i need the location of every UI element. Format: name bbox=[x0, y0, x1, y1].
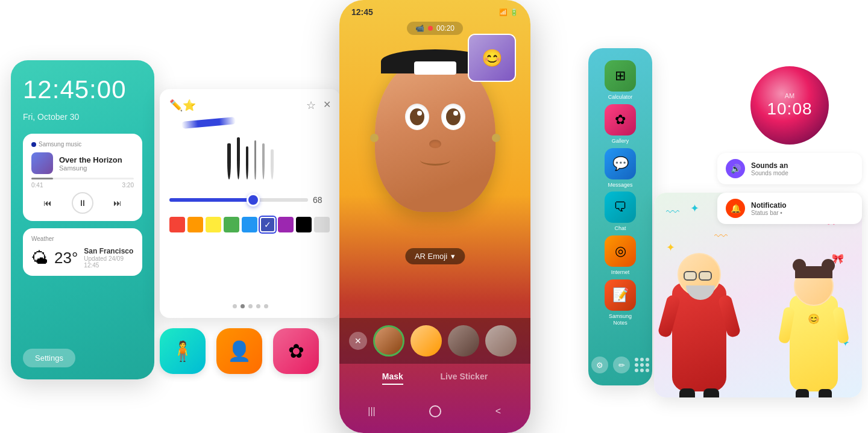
emoji-char-male bbox=[672, 253, 726, 391]
color-swatch-2[interactable] bbox=[206, 217, 221, 232]
drawer-app-0[interactable]: ⊞Calculator bbox=[602, 60, 638, 101]
drawer-edit-icon-0[interactable]: ⚙ bbox=[591, 357, 608, 373]
nav-home-icon[interactable] bbox=[429, 405, 441, 417]
tab-mask[interactable]: Mask bbox=[382, 372, 403, 385]
color-swatch-8[interactable] bbox=[314, 217, 330, 232]
drawer-icon-5: 📝 bbox=[605, 279, 636, 311]
char-beard bbox=[686, 285, 715, 300]
star-icon[interactable]: ☆ bbox=[306, 99, 316, 112]
emoji-avatar-3[interactable] bbox=[448, 325, 479, 357]
rec-dot bbox=[428, 26, 433, 31]
nav-recents-icon[interactable]: < bbox=[491, 404, 506, 419]
color-swatch-0[interactable] bbox=[169, 217, 185, 232]
ar-emoji-chevron: ▾ bbox=[451, 252, 455, 261]
emoji-avatar-4[interactable] bbox=[485, 325, 517, 357]
panel-app-drawer: ⊞Calculator✿Gallery💬Messages🗨Chat◎Intern… bbox=[588, 48, 652, 385]
app-icon-3[interactable]: ✿ bbox=[273, 328, 319, 374]
color-swatch-7[interactable] bbox=[296, 217, 312, 232]
brush-stroke bbox=[181, 117, 236, 129]
pip-photo: 😊 bbox=[469, 35, 515, 81]
sound-card-2[interactable]: 🔔 Notificatio Status bar • bbox=[717, 193, 862, 224]
pip-video: 😊 bbox=[468, 34, 516, 82]
weather-card: Weather 🌤 23° San Francisco Updated 24/0… bbox=[23, 228, 142, 276]
color-swatch-3[interactable] bbox=[224, 217, 239, 232]
drawer-app-4[interactable]: ◎Internet bbox=[602, 235, 638, 276]
panel-phone: 12:45 📶 🔋 📹 00:20 😊 bbox=[339, 0, 530, 433]
signal-icon: 📶 bbox=[499, 8, 508, 16]
music-card: Samsung music Over the Horizon Samsung 0… bbox=[23, 134, 142, 221]
battery-icon: 🔋 bbox=[510, 8, 518, 16]
music-timestamps: 0:41 3:20 bbox=[31, 182, 134, 188]
next-button[interactable]: ⏭ bbox=[109, 195, 126, 211]
emoji-mouth bbox=[420, 155, 450, 166]
emoji-close-button[interactable]: ✕ bbox=[349, 332, 367, 350]
prev-button[interactable]: ⏮ bbox=[39, 195, 56, 211]
pen-4[interactable] bbox=[254, 140, 256, 179]
sound-subtitle-2: Status bar • bbox=[751, 210, 787, 216]
sound-card-1[interactable]: 🔊 Sounds an Sounds mode bbox=[717, 153, 862, 184]
drawer-edit-icon-1[interactable]: ✏ bbox=[613, 357, 630, 373]
music-artist: Samsung bbox=[59, 164, 122, 172]
shirt-pattern: 😊 bbox=[808, 313, 820, 325]
drawer-bottom-row: ⚙✏ bbox=[591, 357, 649, 373]
music-progress-track bbox=[31, 178, 134, 179]
play-pause-button[interactable]: ⏸ bbox=[72, 192, 93, 214]
date-display: Fri, October 30 bbox=[23, 112, 142, 122]
nav-back-icon[interactable]: ||| bbox=[365, 404, 379, 419]
pen-2[interactable] bbox=[237, 137, 240, 179]
phone-status-icons: 📶 🔋 bbox=[499, 8, 518, 16]
weather-icon: 🌤 bbox=[31, 248, 48, 268]
drawer-app-1[interactable]: ✿Gallery bbox=[602, 104, 638, 145]
music-controls[interactable]: ⏮ ⏸ ⏭ bbox=[31, 192, 134, 214]
dot-3[interactable] bbox=[248, 304, 253, 308]
pen-5[interactable] bbox=[262, 143, 265, 179]
close-icon[interactable]: ✕ bbox=[323, 99, 331, 112]
dot-4[interactable] bbox=[256, 304, 260, 308]
drawer-label-3: Chat bbox=[614, 225, 626, 232]
sound-text-1: Sounds an Sounds mode bbox=[751, 161, 788, 176]
drawer-icon-4: ◎ bbox=[605, 235, 636, 267]
emoji-eye-left bbox=[405, 104, 429, 130]
drawer-label-1: Gallery bbox=[612, 138, 629, 145]
music-info: Over the Horizon Samsung bbox=[31, 152, 134, 174]
app-icon-2[interactable]: 👤 bbox=[216, 328, 262, 374]
tab-live-sticker[interactable]: Live Sticker bbox=[441, 372, 488, 385]
emoji-earring-right bbox=[492, 134, 500, 142]
settings-button[interactable]: Settings bbox=[23, 349, 75, 367]
drawer-app-3[interactable]: 🗨Chat bbox=[602, 192, 638, 232]
ar-emoji-label[interactable]: AR Emoji ▾ bbox=[405, 248, 465, 264]
app-icon-1[interactable]: 🧍 bbox=[160, 328, 206, 374]
drawer-app-2[interactable]: 💬Messages bbox=[602, 148, 638, 188]
thickness-slider[interactable]: 68 bbox=[169, 190, 331, 210]
sound-title-1: Sounds an bbox=[751, 161, 788, 170]
pen-6[interactable] bbox=[271, 149, 274, 179]
dot-5[interactable] bbox=[264, 304, 268, 308]
drawer-icon-3: 🗨 bbox=[605, 192, 636, 223]
dot-1[interactable] bbox=[233, 304, 237, 308]
drawer-label-0: Calculator bbox=[608, 94, 633, 101]
char-female-body: 😊 bbox=[790, 295, 838, 391]
drawer-app-5[interactable]: 📝Samsung Notes bbox=[602, 279, 638, 326]
slider-thumb[interactable] bbox=[247, 193, 260, 207]
brush-pen-icon[interactable]: ✏️⭐ bbox=[169, 99, 196, 112]
phone-status-bar: 12:45 📶 🔋 bbox=[339, 0, 530, 19]
music-title: Over the Horizon bbox=[59, 155, 122, 164]
char-male-head bbox=[678, 253, 721, 296]
ar-emoji-text: AR Emoji bbox=[415, 252, 447, 261]
pen-3[interactable] bbox=[246, 146, 248, 179]
char-leg-left bbox=[679, 388, 695, 397]
clock-time: 10:08 bbox=[767, 99, 812, 119]
pen-1[interactable] bbox=[227, 143, 231, 179]
slider-track[interactable] bbox=[169, 198, 308, 202]
emoji-avatar-1[interactable] bbox=[373, 325, 404, 357]
emoji-avatar-2[interactable] bbox=[410, 325, 442, 357]
char-leg-right bbox=[703, 388, 719, 397]
color-swatch-1[interactable] bbox=[187, 217, 203, 232]
weather-updated: Updated 24/09 12:45 bbox=[84, 255, 134, 269]
color-palette[interactable]: ✓ bbox=[169, 214, 331, 235]
color-swatch-4[interactable] bbox=[242, 217, 257, 232]
page-indicators bbox=[169, 304, 331, 308]
dot-2[interactable] bbox=[241, 304, 245, 308]
color-swatch-5[interactable]: ✓ bbox=[260, 217, 275, 232]
color-swatch-6[interactable] bbox=[278, 217, 294, 232]
